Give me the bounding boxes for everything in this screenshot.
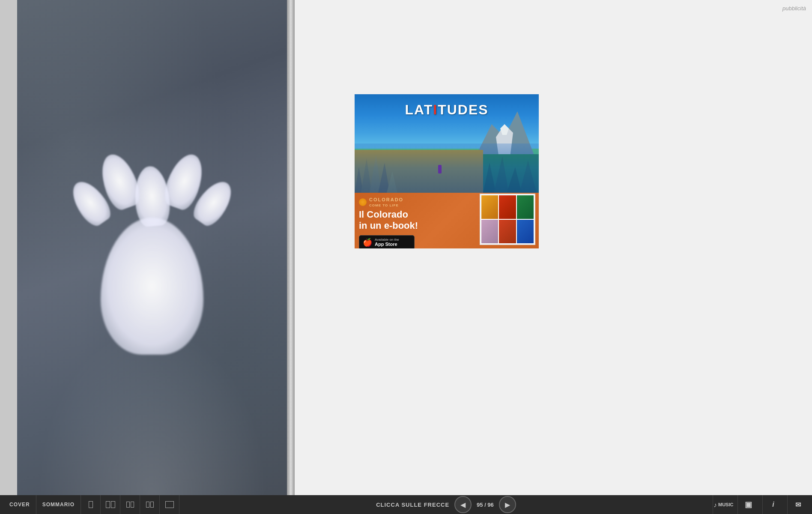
appstore-text: Available on the App Store	[375, 238, 399, 247]
fullscreen-button[interactable]	[160, 495, 179, 514]
thumb-rect-1	[126, 502, 130, 508]
toolbar-left: COVER SOMMARIO	[3, 495, 179, 514]
envelope-icon: ✉	[795, 501, 801, 509]
left-page	[17, 0, 287, 495]
ad-thumbnail-grid	[480, 194, 535, 245]
prev-page-button[interactable]: ◀	[454, 496, 472, 513]
page-rect-left	[106, 501, 110, 508]
page-rect-right	[111, 501, 115, 508]
grid-icon-inner	[146, 502, 154, 508]
single-page-view-button[interactable]	[81, 495, 101, 514]
thumbnail-view-button[interactable]	[120, 495, 140, 514]
thumb-5	[499, 220, 516, 243]
toolbar-center: CLICCA SULLE FRECCE ◀ 95 / 96 ▶	[179, 496, 713, 513]
cover-button[interactable]: COVER	[3, 495, 36, 514]
grid-view-button[interactable]	[140, 495, 160, 514]
grid-icon	[146, 502, 154, 508]
apple-icon: 🍎	[363, 238, 372, 247]
grid-cell-2	[150, 502, 154, 508]
info-icon: i	[772, 501, 774, 508]
ad-hiker	[438, 165, 442, 173]
double-page-icon	[106, 501, 115, 508]
ad-bottom-section: COLORADO COME TO LIFE Il Colorado in un …	[355, 193, 539, 248]
grid-cell-1	[146, 502, 149, 508]
snow-scatter	[17, 297, 287, 495]
page-spine	[287, 0, 295, 495]
filmstrip-button[interactable]: ▣	[737, 495, 759, 514]
music-button[interactable]: ♪ MUSIC	[713, 495, 734, 514]
magazine-page-image	[17, 0, 287, 495]
music-note-icon: ♪	[714, 501, 717, 508]
fullscreen-rect	[165, 501, 174, 508]
info-button[interactable]: i	[762, 495, 784, 514]
fullscreen-icon	[165, 501, 174, 508]
thumb-rect-2	[131, 502, 134, 508]
navigation-section: ◀ 95 / 96 ▶	[454, 496, 516, 513]
double-page-view-button[interactable]	[101, 495, 120, 514]
thumb-6	[517, 220, 534, 243]
thumb-1	[481, 195, 498, 219]
bottom-toolbar: COVER SOMMARIO	[0, 495, 812, 514]
music-label: MUSIC	[718, 502, 733, 507]
thumb-3	[517, 195, 534, 219]
filmstrip-icon: ▣	[745, 500, 752, 509]
ad-colorado-text: COLORADO COME TO LIFE	[369, 197, 403, 207]
main-content: pubblicità	[0, 0, 812, 495]
prev-arrow-icon: ◀	[460, 501, 466, 509]
thumb-2	[499, 195, 516, 219]
thumbnail-icon	[126, 502, 134, 508]
toolbar-right: ♪ MUSIC ▣ i ✉	[713, 495, 809, 514]
ad-title: LATITUDES	[405, 102, 488, 118]
ad-photo-section: LATITUDES	[355, 94, 539, 193]
next-arrow-icon: ▶	[505, 501, 510, 509]
right-page: pubblicità	[295, 0, 812, 495]
sommario-button[interactable]: SOMMARIO	[36, 495, 81, 514]
page-counter: 95 / 96	[472, 502, 499, 508]
thumb-4	[481, 220, 498, 243]
ad-colorado-circle	[359, 198, 367, 206]
single-page-icon	[89, 501, 93, 508]
next-page-button[interactable]: ▶	[499, 496, 516, 513]
pubblicita-label: pubblicità	[782, 5, 806, 12]
ad-title-accent: I	[433, 102, 438, 117]
appstore-button[interactable]: 🍎 Available on the App Store	[359, 235, 415, 248]
envelope-button[interactable]: ✉	[787, 495, 809, 514]
ad-banner[interactable]: LATITUDES COLORADO COME TO LIFE	[355, 94, 539, 248]
page-rect-single	[89, 501, 93, 508]
clicca-label: CLICCA SULLE FRECCE	[376, 502, 449, 508]
ad-reflection	[355, 143, 539, 193]
